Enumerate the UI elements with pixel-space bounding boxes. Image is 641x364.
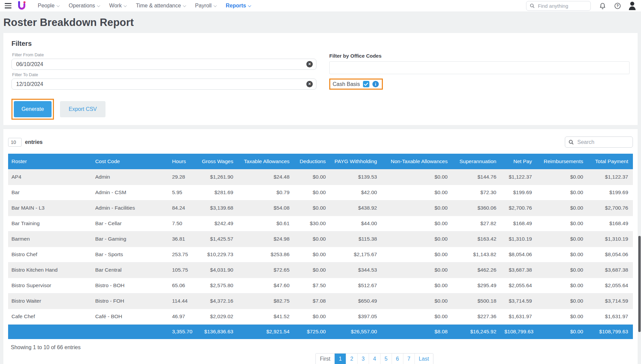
cell-roster: Cafe Chef xyxy=(8,309,92,324)
cell-taxable-allowances: $253.86 xyxy=(238,247,294,262)
nav-item-work[interactable]: Work xyxy=(109,3,126,9)
nav-item-reports[interactable]: Reports xyxy=(226,3,251,9)
cell-payg-withholding: $115.38 xyxy=(331,231,382,247)
col-header-deductions[interactable]: Deductions xyxy=(294,154,331,169)
cell-deductions: $30.00 xyxy=(294,216,331,231)
cell-hours: 65.06 xyxy=(169,278,195,293)
nav-item-time-attendance[interactable]: Time & attendance xyxy=(136,3,186,9)
col-header-taxable-allowances[interactable]: Taxable Allowances xyxy=(238,154,294,169)
cell-superannuation: $72.30 xyxy=(452,185,501,200)
roster-breakdown-table: RosterCost CodeHoursGross WagesTaxable A… xyxy=(8,154,633,339)
col-header-superannuation[interactable]: Superannuation xyxy=(452,154,501,169)
filter-to-date-input[interactable] xyxy=(11,79,316,90)
table-row: Bistro Kitchen HandBar Central105.75$4,0… xyxy=(8,262,633,278)
nav-item-label: Time & attendance xyxy=(136,3,181,9)
cell-gross-wages: $4,372.16 xyxy=(195,293,238,309)
col-header-cost-code[interactable]: Cost Code xyxy=(92,154,169,169)
cell-non-taxable-allowances: $0.00 xyxy=(382,169,453,185)
filter-from-date-input[interactable] xyxy=(11,59,316,70)
export-csv-button[interactable]: Export CSV xyxy=(60,101,105,117)
cell-total-payment: $199.69 xyxy=(588,185,633,200)
cash-basis-info-icon[interactable]: i xyxy=(372,81,379,87)
cell-reimbursements: $0.00 xyxy=(537,185,588,200)
cell-cost-code: Admin - CSM xyxy=(92,185,169,200)
cell-hours: 5.95 xyxy=(169,185,195,200)
col-header-hours[interactable]: Hours xyxy=(169,154,195,169)
top-nav: PeopleOperationsWorkTime & attendancePay… xyxy=(0,0,641,11)
table-row: BarAdmin - CSM5.95$281.69$0.79$0.00$42.0… xyxy=(8,185,633,200)
table-row: Bar TrainingBar - Cellar7.50$242.49$0.61… xyxy=(8,216,633,231)
notifications-bell-icon[interactable] xyxy=(600,3,606,9)
office-codes-input[interactable] xyxy=(329,61,630,74)
cell-reimbursements: $0.00 xyxy=(537,262,588,278)
col-header-payg-withholding[interactable]: PAYG Withholding xyxy=(331,154,382,169)
cell-roster: Barmen xyxy=(8,231,92,247)
cell-roster: Bar MAIN - L3 xyxy=(8,200,92,216)
clear-from-date-icon[interactable]: × xyxy=(306,61,313,67)
nav-menu: PeopleOperationsWorkTime & attendancePay… xyxy=(33,3,255,9)
hamburger-menu-icon[interactable] xyxy=(5,3,11,8)
col-header-total-payment[interactable]: Total Payment xyxy=(588,154,633,169)
page-title: Roster Breakdown Report xyxy=(3,17,641,29)
col-header-roster[interactable]: Roster xyxy=(8,154,92,169)
cell-deductions: $7.50 xyxy=(294,278,331,293)
cell-total-payment: $168.49 xyxy=(588,216,633,231)
global-search[interactable] xyxy=(526,1,591,11)
cell-gross-wages: $2,029.02 xyxy=(195,309,238,324)
cell-total-payment: $1,310.19 xyxy=(588,231,633,247)
col-header-net-pay[interactable]: Net Pay xyxy=(501,154,537,169)
table-search-input[interactable] xyxy=(577,139,629,146)
chevron-down-icon xyxy=(97,4,100,7)
table-row: BarmenBar - Gaming36.81$1,425.57$24.98$0… xyxy=(8,231,633,247)
page-5[interactable]: 5 xyxy=(380,354,392,364)
page-1[interactable]: 1 xyxy=(334,354,346,364)
total-cost-code xyxy=(92,324,169,339)
page-last[interactable]: Last xyxy=(415,354,433,364)
cell-payg-withholding: $44.00 xyxy=(331,216,382,231)
scrollbar-thumb[interactable] xyxy=(638,236,641,332)
nav-item-people[interactable]: People xyxy=(38,3,59,9)
cell-deductions: $0.00 xyxy=(294,169,331,185)
cell-deductions: $0.00 xyxy=(294,231,331,247)
cell-deductions: $0.00 xyxy=(294,262,331,278)
cell-taxable-allowances: $82.75 xyxy=(238,293,294,309)
cell-roster: Bistro Waiter xyxy=(8,293,92,309)
cell-roster: Bistro Kitchen Hand xyxy=(8,262,92,278)
cell-net-pay: $2,700.76 xyxy=(501,200,537,216)
page-6[interactable]: 6 xyxy=(392,354,403,364)
cell-roster: Bar xyxy=(8,185,92,200)
page-2[interactable]: 2 xyxy=(346,354,357,364)
page-3[interactable]: 3 xyxy=(357,354,369,364)
filter-to-date-label: Filter To Date xyxy=(12,72,316,77)
cell-gross-wages: $2,575.80 xyxy=(195,278,238,293)
search-icon xyxy=(569,140,574,145)
help-icon[interactable]: ? xyxy=(614,3,621,9)
generate-button[interactable]: Generate xyxy=(14,101,52,117)
app-logo[interactable] xyxy=(18,1,26,10)
cell-roster: Bar Training xyxy=(8,216,92,231)
cash-basis-checkbox[interactable] xyxy=(363,81,369,87)
col-header-non-taxable-allowances[interactable]: Non-Taxable Allowances xyxy=(382,154,453,169)
global-search-input[interactable] xyxy=(537,3,587,9)
cell-net-pay: $2,055.64 xyxy=(501,278,537,293)
col-header-gross-wages[interactable]: Gross Wages xyxy=(195,154,238,169)
cell-total-payment: $3,687.38 xyxy=(588,262,633,278)
clear-to-date-icon[interactable]: × xyxy=(306,81,313,87)
cell-net-pay: $1,122.37 xyxy=(501,169,537,185)
cell-non-taxable-allowances: $0.00 xyxy=(382,278,453,293)
cell-non-taxable-allowances: $0.00 xyxy=(382,200,453,216)
col-header-reimbursements[interactable]: Reimbursements xyxy=(537,154,588,169)
nav-item-operations[interactable]: Operations xyxy=(69,3,100,9)
table-search[interactable] xyxy=(565,136,633,148)
total-reimbursements: $0.00 xyxy=(537,324,588,339)
nav-item-payroll[interactable]: Payroll xyxy=(195,3,216,9)
user-avatar[interactable] xyxy=(628,1,636,10)
entries-count-input[interactable] xyxy=(8,138,22,147)
total-superannuation: $16,245.92 xyxy=(452,324,501,339)
page-7[interactable]: 7 xyxy=(403,354,415,364)
page-first[interactable]: First xyxy=(316,354,334,364)
cell-gross-wages: $1,261.90 xyxy=(195,169,238,185)
table-row: Cafe ChefCafé - BOH46.97$2,029.02$41.52$… xyxy=(8,309,633,324)
cell-cost-code: Bistro - BOH xyxy=(92,278,169,293)
page-4[interactable]: 4 xyxy=(369,354,380,364)
